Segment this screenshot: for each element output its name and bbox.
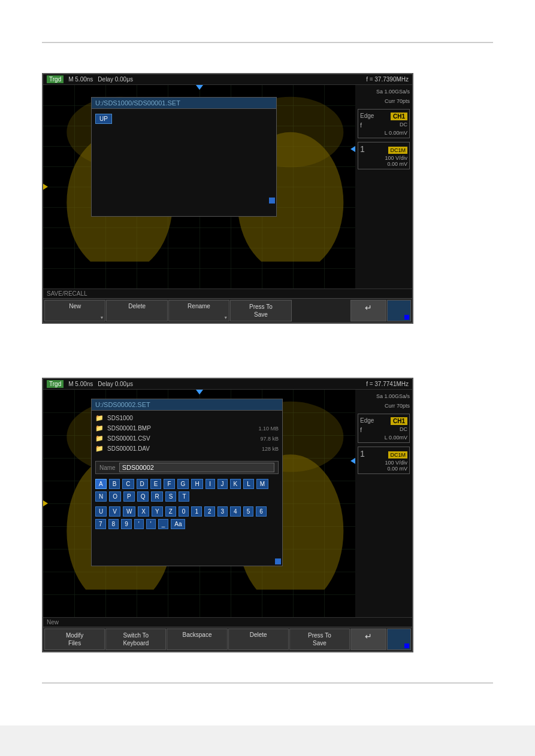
dc-label-1: DC: [400, 122, 407, 129]
key-5[interactable]: 5: [243, 506, 254, 517]
trgd-badge-2: Trgd: [47, 380, 64, 388]
vdiv-1: 100 V/div: [360, 155, 407, 161]
scope-display-area-2: U:/SDS00002.SET 📁 SDS1000 📁 SDS00001.BMP…: [43, 390, 355, 617]
key-1[interactable]: 1: [191, 506, 202, 517]
freq-1: f = 37.7390MHz: [366, 76, 409, 83]
side-panel-2: Sa 1.00GSa/s Curr 70pts Edge CH1 f DC L …: [355, 390, 412, 617]
trigger-right-marker-2: [350, 458, 355, 464]
key-J[interactable]: J: [217, 479, 228, 489]
key-8[interactable]: 8: [108, 519, 119, 529]
ch1-badge-1: CH1: [391, 113, 407, 120]
folder-icon-3: 📁: [95, 435, 104, 442]
key-V[interactable]: V: [109, 506, 120, 517]
key-P[interactable]: P: [123, 491, 135, 502]
key-T[interactable]: T: [179, 491, 189, 502]
key-N[interactable]: N: [95, 491, 107, 502]
key-C[interactable]: C: [122, 479, 134, 489]
edge-label-2: Edge: [360, 417, 374, 424]
key-Y[interactable]: Y: [152, 506, 163, 517]
dialog-path-2: U:/SDS00002.SET: [92, 399, 282, 411]
key-F[interactable]: F: [164, 479, 174, 489]
key-9[interactable]: 9: [121, 519, 132, 529]
delay-2: Delay 0.00μs: [98, 381, 133, 387]
key-2[interactable]: 2: [204, 506, 215, 517]
key-3[interactable]: 3: [217, 506, 228, 517]
ch1-badge-2: CH1: [391, 417, 407, 425]
key-underscore[interactable]: _: [158, 519, 169, 529]
level-label-2: L 0.00mV: [360, 435, 407, 441]
screen-1-display: Trgd M 5.00ns Delay 0.00μs f = 37.7390MH…: [42, 73, 413, 324]
key-H[interactable]: H: [191, 479, 202, 489]
key-I[interactable]: I: [205, 479, 215, 489]
scroll-indicator-1: [269, 198, 275, 204]
keyboard-row-2: U V W X Y Z 0 1 2 3 4 5 6: [92, 504, 282, 532]
timebase-2: M 5.00ns: [68, 381, 93, 387]
switch-to-keyboard-button[interactable]: Switch To Keyboard: [105, 629, 166, 650]
ch-num-2: 1: [360, 449, 365, 459]
modify-files-button[interactable]: Modify Files: [44, 629, 105, 650]
press-to-save-button-1[interactable]: Press To Save: [230, 300, 291, 321]
edge-symbol-1: f: [360, 122, 362, 129]
oscilloscope-screen-2: Trgd M 5.00ns Delay 0.00μs f = 37.7741MH…: [42, 378, 493, 652]
file-item-sds1000: 📁 SDS1000: [95, 413, 279, 423]
curr-1: Curr 70pts: [358, 97, 410, 105]
dc1m-badge-2: DC1M: [388, 451, 407, 459]
file-item-bmp: 📁 SDS00001.BMP 1.10 MB: [95, 423, 279, 433]
key-O[interactable]: O: [109, 491, 121, 502]
key-G[interactable]: G: [177, 479, 189, 489]
key-quote2[interactable]: ': [146, 519, 156, 529]
file-name-csv: SDS00001.CSV: [107, 435, 150, 442]
top-divider: [42, 42, 493, 43]
offset-1: 0.00 mV: [360, 161, 407, 167]
key-R[interactable]: R: [151, 491, 162, 502]
backspace-button[interactable]: Backspace: [167, 629, 227, 650]
key-E[interactable]: E: [150, 479, 162, 489]
delete-button-1[interactable]: Delete: [106, 300, 167, 321]
key-7[interactable]: 7: [95, 519, 106, 529]
key-quote1[interactable]: ': [134, 519, 144, 529]
key-W[interactable]: W: [123, 506, 135, 517]
press-to-save-button-2[interactable]: Press To Save: [289, 629, 350, 650]
key-K[interactable]: K: [230, 479, 241, 489]
file-name-sds1000: SDS1000: [107, 415, 133, 421]
offset-2: 0.00 mV: [360, 466, 407, 472]
key-U[interactable]: U: [95, 506, 107, 517]
rename-button-1[interactable]: Rename: [168, 300, 229, 321]
key-X[interactable]: X: [138, 506, 149, 517]
delay-1: Delay 0.00μs: [98, 76, 133, 83]
up-button-1[interactable]: UP: [95, 114, 112, 124]
sample-rate-2: Sa 1.00GSa/s: [358, 392, 410, 400]
screen-2-display: Trgd M 5.00ns Delay 0.00μs f = 37.7741MH…: [42, 378, 413, 652]
key-D[interactable]: D: [137, 479, 148, 489]
key-L[interactable]: L: [243, 479, 254, 489]
back-button-2[interactable]: ↵: [350, 629, 386, 650]
trigger-top-marker-2: [196, 390, 203, 394]
key-0[interactable]: 0: [179, 506, 189, 517]
key-Aa[interactable]: Aa: [171, 519, 185, 529]
key-Q[interactable]: Q: [137, 491, 149, 502]
bottom-label-1: SAVE/RECALL: [43, 289, 412, 298]
keyboard-row-1: A B C D E F G H I J K L M: [92, 476, 282, 504]
key-B[interactable]: B: [109, 479, 120, 489]
key-A[interactable]: A: [95, 479, 107, 489]
key-4[interactable]: 4: [230, 506, 241, 517]
key-6[interactable]: 6: [256, 506, 267, 517]
extra-btn-2[interactable]: [387, 629, 411, 650]
timebase-1: M 5.00ns: [68, 76, 93, 83]
key-M[interactable]: M: [256, 479, 268, 489]
dc-label-2: DC: [400, 426, 407, 433]
key-S[interactable]: S: [165, 491, 177, 502]
key-Z[interactable]: Z: [165, 506, 176, 517]
vdiv-2: 100 V/div: [360, 460, 407, 466]
new-button-1[interactable]: New: [44, 300, 105, 321]
trigger-top-marker-1: [196, 85, 203, 90]
name-value-2[interactable]: SDS00002: [119, 463, 274, 472]
bottom-label-2: New: [43, 617, 412, 627]
extra-btn-1[interactable]: [387, 300, 411, 321]
delete-button-2[interactable]: Delete: [228, 629, 289, 650]
back-button-1[interactable]: ↵: [350, 300, 386, 321]
topbar-2: Trgd M 5.00ns Delay 0.00μs f = 37.7741MH…: [43, 379, 412, 390]
ch1-level-marker-1: [43, 184, 48, 190]
file-name-dav: SDS00001.DAV: [107, 445, 150, 452]
file-size-csv: 97.8 kB: [260, 436, 279, 442]
